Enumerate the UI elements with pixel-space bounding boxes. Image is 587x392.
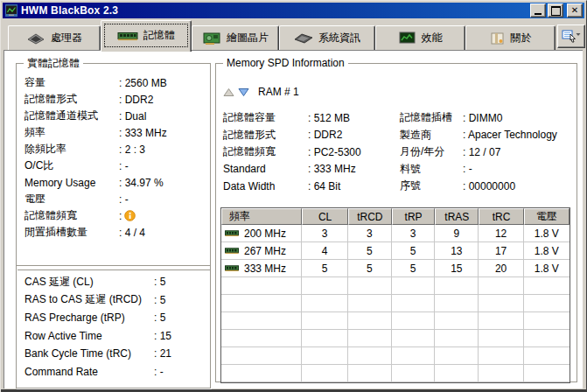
tab-system-info[interactable]: 系統資訊 [279,25,375,50]
field-free-slots: 閒置插槽數量: 4 / 4 [17,224,210,241]
spd-detail-grid: 記憶體容量: 512 MB 記憶體插槽: DIMM0 記憶體形式: DDR2 製… [223,109,571,195]
field-divider-ratio: 除頻比率: 2 : 3 [17,141,210,158]
field-command-rate: Command Rate: - [17,363,210,382]
spd-legend: Memory SPD Information [223,57,348,69]
previous-module-arrow-icon[interactable] [223,88,234,97]
tab-label-memory: 記憶體 [143,28,175,43]
table-row-empty [221,330,570,347]
field-trcd: RAS to CAS 延遲 (tRCD): 5 [17,291,210,310]
col-header-frequency[interactable]: 頻率 [221,208,302,225]
tab-graphics[interactable]: 繪圖晶片 [192,25,279,50]
physical-memory-group: 實體記憶體 容量: 2560 MB 記憶體形式: DDR2 記憶體通道模式: D… [16,63,211,270]
minimize-button[interactable] [530,4,546,18]
field-row-active-time: Row Active Time: 15 [17,327,210,346]
table-header-row: 頻率 CL tRCD tRP tRAS tRC 電壓 [221,208,570,225]
mainboard-icon [294,32,313,44]
tab-memory[interactable]: 記憶體 [101,20,192,52]
next-module-arrow-icon[interactable] [238,88,249,97]
col-header-tras[interactable]: tRAS [435,208,479,225]
ram-icon [117,30,138,42]
ram-module-selector: RAM # 1 [223,85,299,99]
table-row[interactable]: 200 MHz 3 3 3 9 12 1.8 V [221,225,570,242]
window-title: HWM BlackBox 2.3 [21,4,528,17]
field-oc-ratio: O/C比: - [17,158,210,174]
col-header-voltage[interactable]: 電壓 [524,208,570,225]
maximize-button[interactable] [548,4,563,18]
ram-stick-icon [225,265,239,272]
spd-row: 記憶體頻寬: PC2-5300 月份/年分: 12 / 07 [223,144,571,161]
tab-bar: 處理器 記憶體 繪圖晶片 系統資訊 效能 [3,20,584,50]
spd-row: 記憶體容量: 512 MB 記憶體插槽: DIMM0 [223,109,571,127]
gpu-icon [202,32,221,46]
field-bandwidth: 記憶體頻寬 : [17,207,210,224]
maximize-icon [551,6,561,16]
table-row-empty [221,365,570,382]
title-bar[interactable]: HWM BlackBox 2.3 ✕ [3,3,584,18]
field-memory-type: 記憶體形式: DDR2 [17,91,210,108]
table-row[interactable]: 333 MHz 5 5 5 15 20 1.8 V [221,260,570,277]
field-bank-cycle-time: Bank Cycle Time (tRC): 21 [17,345,210,363]
table-row-empty [221,277,570,295]
ram-stick-icon [225,248,239,255]
table-row-empty [221,312,570,330]
field-frequency: 頻率: 333 MHz [17,124,210,141]
app-window: HWM BlackBox 2.3 ✕ 處理器 記憶體 繪圖晶片 [0,0,587,392]
memory-page: 實體記憶體 容量: 2560 MB 記憶體形式: DDR2 記憶體通道模式: D… [3,50,583,388]
physical-memory-legend: 實體記憶體 [24,57,83,69]
performance-icon [399,32,416,45]
field-cas-latency: CAS 延遲 (CL): 5 [17,273,210,291]
field-voltage: 電壓: - [17,191,210,207]
app-icon[interactable] [5,4,17,17]
tab-label-graphics: 繪圖晶片 [227,31,269,46]
col-header-cl[interactable]: CL [302,208,347,225]
spd-row: 記憶體形式: DDR2 製造商: Apacer Technology [223,127,571,144]
ram-module-label: RAM # 1 [258,86,299,98]
tab-label-processor: 處理器 [51,31,82,46]
close-button[interactable]: ✕ [567,4,583,18]
spd-row: Data Width: 64 Bit 序號: 00000000 [223,178,571,195]
tab-list-icon [562,29,581,44]
info-icon[interactable] [124,210,136,221]
tab-label-about: 關於 [511,31,532,46]
table-row[interactable]: 267 MHz 4 5 5 13 17 1.8 V [221,242,570,260]
tab-label-performance: 效能 [422,31,443,46]
spd-row: Standard: 333 MHz 料號: - [223,161,571,178]
col-header-trcd[interactable]: tRCD [348,208,392,225]
frequency-table: 頻率 CL tRCD tRP tRAS tRC 電壓 200 MHz 3 [220,207,570,383]
field-memory-usage: Memory Usage: 34.97 % [17,174,210,191]
ram-stick-icon [225,230,239,237]
tab-label-system-info: 系統資訊 [318,31,360,46]
table-row-empty [221,295,570,312]
field-channel-mode: 記憶體通道模式: Dual [17,108,210,124]
about-box-icon [490,32,506,46]
field-capacity: 容量: 2560 MB [17,74,210,91]
memory-timings-group: CAS 延遲 (CL): 5 RAS to CAS 延遲 (tRCD): 5 R… [16,265,211,388]
col-header-trc[interactable]: tRC [479,208,523,225]
spd-information-group: Memory SPD Information RAM # 1 記憶體容量: 51… [215,63,577,382]
tab-about[interactable]: 關於 [465,25,556,50]
close-icon: ✕ [571,6,578,15]
tab-list-button[interactable] [557,24,585,48]
col-header-trp[interactable]: tRP [392,208,435,225]
tab-performance[interactable]: 效能 [375,25,465,50]
tab-processor[interactable]: 處理器 [8,25,101,50]
field-trp: RAS Precharge (tRP): 5 [17,309,210,327]
cpu-icon [26,32,45,45]
table-row-empty [221,347,570,365]
minimize-icon [535,13,542,15]
